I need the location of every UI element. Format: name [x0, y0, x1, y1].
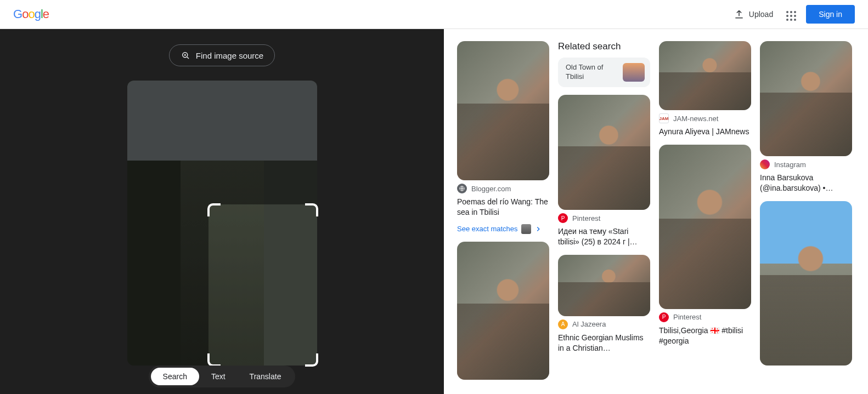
pinterest-icon: P	[659, 312, 669, 322]
result-source-text: Blogger.com	[471, 185, 511, 193]
upload-button[interactable]: Upload	[734, 9, 773, 20]
mode-translate[interactable]: Translate	[238, 368, 294, 385]
mode-switch: Search Text Translate	[149, 366, 296, 387]
main: Find image source Search Text Translate	[0, 29, 868, 394]
result-thumbnail	[659, 41, 751, 110]
chevron-right-icon	[534, 225, 542, 233]
crop-selection[interactable]	[208, 204, 317, 366]
related-search-heading: Related search	[558, 41, 650, 52]
image-stage[interactable]	[127, 81, 317, 366]
mode-search[interactable]: Search	[151, 368, 199, 385]
result-source: JAM JAM-news.net	[659, 113, 751, 123]
lens-search-icon	[181, 50, 190, 60]
result-source: P Pinterest	[659, 312, 751, 322]
sign-in-button[interactable]: Sign in	[806, 5, 855, 24]
result-card[interactable]: Blogger.com Poemas del río Wang: The sea…	[457, 41, 549, 234]
result-source: Blogger.com	[457, 184, 549, 193]
lens-panel: Find image source Search Text Translate	[0, 29, 444, 394]
exact-match-mini-thumb	[521, 224, 531, 234]
result-source-text: Al Jazeera	[572, 320, 606, 328]
result-source: P Pinterest	[558, 213, 650, 223]
result-title: Идеи на тему «Stari tbilisi» (25) в 2024…	[558, 226, 650, 247]
result-thumbnail	[558, 255, 650, 316]
result-source-text: Instagram	[774, 161, 806, 169]
result-card[interactable]: JAM JAM-news.net Aynura Aliyeva | JAMnew…	[659, 41, 751, 137]
header: Google Upload Sign in	[0, 0, 868, 29]
crop-handle-tr[interactable]	[305, 203, 318, 216]
result-card[interactable]	[457, 242, 549, 380]
result-card[interactable]: Instagram Inna Barsukova (@ina.barsukova…	[760, 41, 852, 193]
result-source: A Al Jazeera	[558, 319, 650, 329]
result-thumbnail	[558, 95, 650, 210]
result-source-text: JAM-news.net	[673, 115, 718, 123]
find-image-source-label: Find image source	[196, 51, 263, 60]
result-card[interactable]: A Al Jazeera Ethnic Georgian Muslims in …	[558, 255, 650, 353]
result-card[interactable]: P Pinterest Идеи на тему «Stari tbilisi»…	[558, 95, 650, 247]
result-thumbnail	[457, 242, 549, 380]
exact-matches-link[interactable]: See exact matches	[457, 225, 518, 233]
find-image-source-button[interactable]: Find image source	[169, 44, 275, 66]
svg-point-1	[184, 54, 186, 56]
globe-icon	[457, 184, 467, 193]
result-title: Inna Barsukova (@ina.barsukova) •…	[760, 173, 852, 193]
aljazeera-icon: A	[558, 319, 568, 329]
pinterest-icon: P	[558, 213, 568, 223]
upload-label: Upload	[749, 10, 773, 19]
result-source-text: Pinterest	[572, 214, 600, 222]
mode-text[interactable]: Text	[199, 368, 238, 385]
result-card[interactable]	[760, 201, 852, 366]
result-thumbnail	[659, 145, 751, 309]
instagram-icon	[760, 159, 770, 169]
result-source: Instagram	[760, 159, 852, 169]
crop-handle-tl[interactable]	[207, 203, 221, 216]
result-title: Poemas del río Wang: The sea in Tbilisi	[457, 197, 549, 218]
result-thumbnail	[760, 201, 852, 366]
google-logo[interactable]: Google	[13, 7, 49, 21]
result-source-text: Pinterest	[673, 313, 701, 321]
crop-handle-br[interactable]	[305, 353, 318, 367]
result-thumbnail	[760, 41, 852, 156]
related-search-chip[interactable]: Old Town of Tbilisi	[558, 58, 650, 87]
result-title: Tbilisi,Georgia 🇬🇪 #tbilisi #georgia	[659, 326, 751, 346]
google-apps-icon[interactable]	[783, 8, 796, 21]
jamnews-icon: JAM	[659, 113, 669, 123]
result-title: Aynura Aliyeva | JAMnews	[659, 127, 751, 137]
header-actions: Upload Sign in	[734, 5, 855, 24]
upload-icon	[734, 9, 745, 20]
related-search-block: Related search Old Town of Tbilisi	[558, 41, 650, 87]
related-chip-thumb	[623, 63, 645, 82]
results-panel[interactable]: Blogger.com Poemas del río Wang: The sea…	[444, 29, 868, 394]
crop-handle-bl[interactable]	[207, 353, 221, 367]
exact-matches-row[interactable]: See exact matches	[457, 224, 549, 234]
related-chip-label: Old Town of Tbilisi	[566, 63, 617, 82]
result-thumbnail	[457, 41, 549, 180]
result-title: Ethnic Georgian Muslims in a Christian…	[558, 333, 650, 353]
result-card[interactable]: P Pinterest Tbilisi,Georgia 🇬🇪 #tbilisi …	[659, 145, 751, 346]
